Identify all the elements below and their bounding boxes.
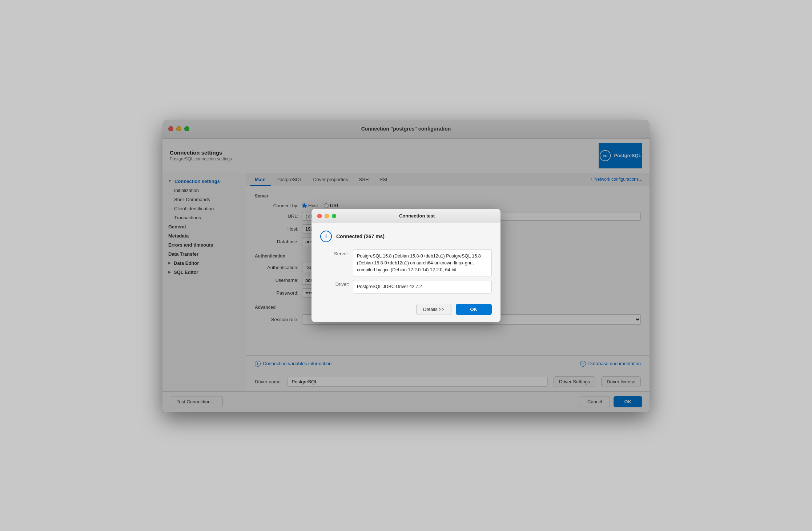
modal-details-grid: Server: PostgreSQL 15.8 (Debian 15.8-0+d… (320, 249, 492, 294)
modal-driver-label: Driver: (320, 280, 349, 294)
main-window: Connection "postgres" configuration Conn… (162, 120, 650, 412)
modal-body: i Connected (267 ms) Server: PostgreSQL … (311, 223, 501, 322)
modal-overlay: Connection test i Connected (267 ms) Ser… (162, 120, 650, 412)
connection-test-modal: Connection test i Connected (267 ms) Ser… (311, 209, 501, 322)
modal-maximize-button[interactable] (332, 214, 336, 218)
modal-titlebar: Connection test (311, 209, 501, 223)
modal-status-text: Connected (267 ms) (336, 233, 385, 239)
modal-ok-button[interactable]: OK (456, 304, 492, 315)
modal-title: Connection test (339, 213, 495, 219)
modal-minimize-button[interactable] (325, 214, 329, 218)
modal-server-value: PostgreSQL 15.8 (Debian 15.8-0+deb12u1) … (353, 249, 492, 276)
modal-close-button[interactable] (317, 214, 322, 218)
modal-actions: Details >> OK (320, 302, 492, 315)
modal-driver-value: PostgreSQL JDBC Driver 42.7.2 (353, 280, 492, 294)
modal-status-row: i Connected (267 ms) (320, 231, 492, 242)
details-button[interactable]: Details >> (416, 304, 451, 315)
status-icon: i (320, 231, 332, 242)
modal-server-label: Server: (320, 249, 349, 276)
